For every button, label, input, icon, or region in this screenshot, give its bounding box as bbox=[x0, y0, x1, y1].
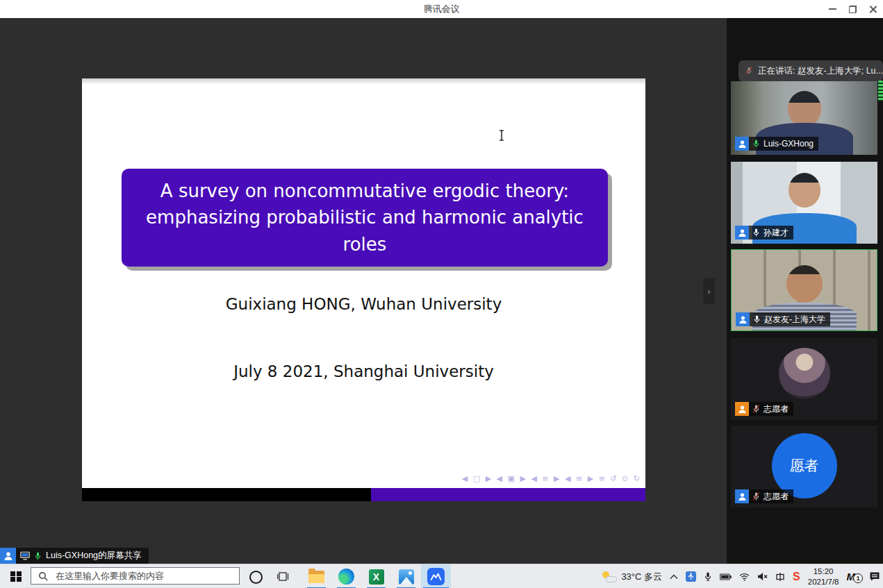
minimize-icon bbox=[829, 8, 836, 10]
volunteer-role-icon bbox=[735, 402, 749, 416]
beamer-navigation-icons[interactable]: ◀ □ ▶ ◀ ▣ ▶ ◀ ≡ ▶ ◀ ≡ ▶ ≡ ↺ ⊙ ↻ bbox=[462, 474, 641, 483]
weather-text: 33°C 多云 bbox=[621, 571, 662, 583]
sidebar-collapse-button[interactable]: › bbox=[703, 278, 715, 304]
text-cursor-icon bbox=[497, 129, 506, 142]
tray-wifi-icon[interactable] bbox=[739, 573, 750, 581]
participant-avatar-initials: 愿者 bbox=[772, 433, 837, 498]
close-button[interactable] bbox=[863, 0, 883, 18]
taskbar-app-tencent-meeting[interactable] bbox=[421, 564, 451, 588]
now-speaking-text: 正在讲话: 赵发友-上海大学; Lu... bbox=[758, 65, 883, 77]
participant-tile[interactable]: 愿者 志愿者 bbox=[731, 426, 877, 507]
participant-tile[interactable]: 孙建才 bbox=[731, 162, 877, 244]
audio-level-indicator bbox=[878, 81, 883, 101]
excel-icon: X bbox=[369, 569, 384, 585]
attendee-role-icon bbox=[735, 489, 749, 503]
mic-on-icon bbox=[752, 139, 760, 149]
slide-footer-black-bar bbox=[82, 488, 371, 501]
attendee-role-icon bbox=[0, 548, 16, 564]
windows-taskbar: X 33°C 多云 bbox=[0, 564, 883, 588]
avatar-text: 愿者 bbox=[790, 456, 819, 476]
mic-muted-icon bbox=[752, 492, 760, 501]
search-icon bbox=[38, 571, 48, 581]
attendee-role-icon bbox=[735, 226, 749, 240]
tray-ime-icon[interactable] bbox=[775, 572, 785, 582]
tray-date: 2021/7/8 bbox=[808, 577, 839, 587]
edge-icon bbox=[338, 569, 354, 585]
cortana-icon[interactable] bbox=[249, 571, 263, 584]
slide-title-box: A survey on noncommutative ergodic theor… bbox=[122, 169, 608, 267]
photos-icon bbox=[399, 569, 414, 585]
window-titlebar: 腾讯会议 bbox=[0, 0, 883, 18]
participant-name: 志愿者 bbox=[764, 491, 789, 503]
mic-on-icon bbox=[34, 551, 42, 561]
tray-chevron-up-icon[interactable] bbox=[670, 574, 678, 580]
restore-icon bbox=[849, 6, 857, 13]
now-speaking-banner: 正在讲话: 赵发友-上海大学; Lu... bbox=[738, 60, 883, 81]
taskbar-app-edge[interactable] bbox=[331, 564, 361, 588]
task-view-icon[interactable] bbox=[277, 571, 289, 585]
sogou-input-icon[interactable]: S bbox=[793, 571, 800, 583]
restore-button[interactable] bbox=[843, 0, 863, 18]
slide-date: July 8 2021, Shanghai University bbox=[82, 362, 645, 380]
weather-widget[interactable]: 33°C 多云 bbox=[602, 571, 662, 583]
screen-share-icon bbox=[20, 551, 30, 560]
participant-name: 赵发友-上海大学 bbox=[764, 314, 825, 326]
mic-muted-icon bbox=[745, 65, 752, 76]
ime-mode-indicator[interactable]: M 1 bbox=[847, 571, 862, 582]
presentation-slide: A survey on noncommutative ergodic theor… bbox=[82, 78, 645, 488]
participant-namebar: Luis-GXHong bbox=[735, 137, 818, 151]
mic-on-icon bbox=[753, 314, 761, 324]
ime-badge: 1 bbox=[853, 573, 863, 583]
windows-logo-icon bbox=[10, 571, 22, 582]
participant-tile[interactable]: Luis-GXHong bbox=[731, 81, 877, 155]
tencent-meeting-icon bbox=[427, 568, 445, 585]
participant-avatar-photo bbox=[779, 348, 830, 399]
screen-share-label: Luis-GXHong的屏幕共享 bbox=[46, 550, 142, 562]
close-icon bbox=[869, 6, 877, 13]
start-button[interactable] bbox=[0, 564, 32, 588]
participant-tile[interactable]: 志愿者 bbox=[731, 338, 877, 420]
participants-sidebar: 正在讲话: 赵发友-上海大学; Lu... Luis-GXHong bbox=[727, 18, 883, 564]
participant-name: Luis-GXHong bbox=[764, 139, 814, 149]
weather-sun-cloud-icon bbox=[602, 571, 617, 582]
tray-battery-icon[interactable] bbox=[720, 573, 732, 580]
participant-tile-speaking[interactable]: 赵发友-上海大学 bbox=[731, 249, 877, 331]
action-center-icon[interactable] bbox=[869, 571, 880, 582]
minimize-button[interactable] bbox=[823, 0, 843, 18]
participant-name: 志愿者 bbox=[764, 403, 789, 415]
participant-namebar: 孙建才 bbox=[735, 226, 793, 240]
attendee-role-icon bbox=[736, 312, 750, 326]
app-window: 腾讯会议 A survey on noncommutative ergodic … bbox=[0, 0, 883, 588]
participant-name: 孙建才 bbox=[764, 227, 789, 239]
slide-author: Guixiang HONG, Wuhan University bbox=[82, 295, 645, 313]
attendee-role-icon bbox=[735, 137, 749, 151]
tray-clock[interactable]: 15:20 2021/7/8 bbox=[808, 566, 839, 587]
slide-title: A survey on noncommutative ergodic theor… bbox=[122, 178, 608, 258]
window-title: 腾讯会议 bbox=[424, 3, 460, 15]
shared-screen-area: A survey on noncommutative ergodic theor… bbox=[0, 18, 727, 564]
participant-namebar: 志愿者 bbox=[735, 402, 793, 416]
file-explorer-icon bbox=[308, 571, 324, 583]
participant-namebar: 赵发友-上海大学 bbox=[736, 312, 830, 326]
taskbar-app-file-explorer[interactable] bbox=[302, 564, 331, 588]
taskbar-app-excel[interactable]: X bbox=[361, 564, 391, 588]
tray-microphone-icon[interactable] bbox=[704, 571, 712, 582]
slide-footer-purple-bar bbox=[371, 488, 645, 501]
participant-figure bbox=[788, 91, 821, 127]
screen-share-badge[interactable]: Luis-GXHong的屏幕共享 bbox=[0, 548, 149, 564]
tray-time: 15:20 bbox=[808, 566, 839, 577]
mic-on-icon bbox=[752, 228, 760, 237]
mic-muted-icon bbox=[752, 404, 760, 414]
search-input[interactable] bbox=[54, 570, 224, 582]
usb-device-icon[interactable] bbox=[686, 571, 696, 582]
tray-volume-muted-icon[interactable] bbox=[757, 572, 768, 581]
taskbar-app-photos[interactable] bbox=[391, 564, 421, 588]
participant-namebar: 志愿者 bbox=[735, 489, 793, 503]
taskbar-search[interactable] bbox=[31, 567, 240, 585]
